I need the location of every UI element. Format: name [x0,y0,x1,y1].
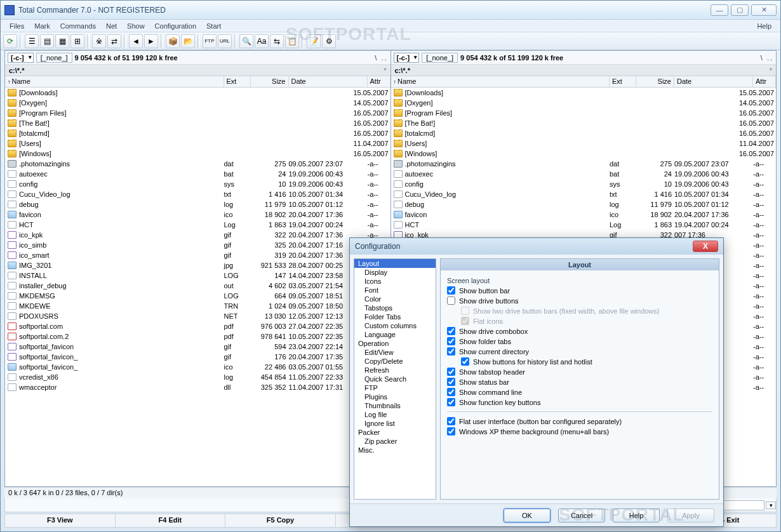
multi-rename-icon[interactable]: Aa [255,34,269,48]
menu-help[interactable]: Help [752,21,777,31]
hotlist-icon[interactable]: * [384,67,386,74]
fkey-f4[interactable]: F4 Edit [116,514,226,527]
file-row[interactable]: HCT Log 1 863 19.04.2007 00:24 -a-- [5,220,390,230]
drive-none[interactable]: [_none_] [422,53,458,63]
maximize-button[interactable]: ▢ [731,4,749,16]
opt-foldertabs[interactable]: Show folder tabs [447,337,712,345]
close-button[interactable]: ✕ [751,4,777,16]
invert-sel-icon[interactable]: ※ [92,34,106,48]
file-row[interactable]: ico_simb gif 325 20.04.2007 17:16 -a-- [5,240,390,250]
file-list[interactable]: [Downloads] 15.05.2007 16:05 ---- [Oxyge… [5,88,390,486]
tree-item-display[interactable]: Display [354,268,436,277]
file-row[interactable]: vcredist_x86 log 454 854 11.05.2007 22:3… [5,372,390,382]
menu-commands[interactable]: Commands [55,21,101,31]
opt-xptheme[interactable]: Windows XP theme background (menu+all ba… [447,427,712,436]
notepad-icon[interactable]: 📝 [307,34,321,48]
file-row[interactable]: [totalcmd] 16.05.2007 11:15 ---- [391,128,777,138]
col-ext[interactable]: Ext [224,76,251,87]
view-tree-icon[interactable]: ⊞ [70,34,84,48]
menu-mark[interactable]: Mark [29,21,55,31]
file-row[interactable]: Cucu_Video_log txt 1 416 10.05.2007 01:3… [5,189,390,199]
file-row[interactable]: [Oxygen] 14.05.2007 13:46 ---- [5,98,390,108]
menu-net[interactable]: Net [101,21,122,31]
command-history-dropdown[interactable]: ▾ [766,502,776,509]
file-row[interactable]: PDOXUSRS NET 13 030 12.05.2007 12:13 -a-… [5,311,390,321]
file-row[interactable]: softportal_favicon gif 594 23.04.2007 22… [5,342,390,352]
file-row[interactable]: ico_kpk gif 322 20.04.2007 17:36 -a-- [5,230,390,240]
tree-item-quick-search[interactable]: Quick Search [354,375,436,383]
refresh-icon[interactable]: ⟳ [3,34,17,48]
col-name[interactable]: Name [5,76,224,87]
menu-show[interactable]: Show [122,21,150,31]
drive-select[interactable]: [-c-] [394,53,420,63]
ok-button[interactable]: OK [504,509,551,522]
file-row[interactable]: config sys 10 19.09.2006 00:43 -a-- [391,179,777,189]
file-row[interactable]: [The Bat!] 16.05.2007 02:05 ---- [5,118,390,128]
file-row[interactable]: [Windows] 16.05.2007 11:14 ---- [5,149,390,159]
col-size[interactable]: Size [251,76,289,87]
tree-item-tabstops[interactable]: Tabstops [354,303,436,312]
help-button[interactable]: Help [613,509,660,522]
tree-item-language[interactable]: Language [354,330,436,339]
file-row[interactable]: [Program Files] 16.05.2007 01:37 r--- [5,108,390,118]
pack-icon[interactable]: 📦 [166,34,180,48]
col-attr[interactable]: Attr [368,76,390,87]
file-row[interactable]: [Windows] 16.05.2007 11:14 ---- [391,149,777,159]
tree-item-layout[interactable]: Layout [354,259,436,268]
search-icon[interactable]: 🔍 [239,34,253,48]
file-row[interactable]: [Program Files] 16.05.2007 01:37 r--- [391,108,777,118]
file-row[interactable]: [Users] 11.04.2007 23:22 r--- [5,138,390,149]
file-row[interactable]: autoexec bat 24 19.09.2006 00:43 -a-- [5,169,390,179]
titlebar[interactable]: Total Commander 7.0 - NOT REGISTERED — ▢… [1,1,780,20]
swap-icon[interactable]: ⇄ [107,34,121,48]
file-row[interactable]: .photomazingins dat 275 09.05.2007 23:07… [5,159,390,169]
forward-icon[interactable]: ► [144,34,158,48]
col-attr[interactable]: Attr [753,76,776,87]
tree-item-custom-columns[interactable]: Custom columns [354,321,436,330]
fkey-f5[interactable]: F5 Copy [225,514,336,527]
opt-buttonbar[interactable]: Show button bar [447,286,712,295]
drive-select[interactable]: [-c-] [8,53,34,63]
file-row[interactable]: debug log 11 979 10.05.2007 01:12 -a-- [391,199,777,209]
view-brief-icon[interactable]: ☰ [25,34,39,48]
file-row[interactable]: softportal_favicon_ gif 176 20.04.2007 1… [5,352,390,362]
file-row[interactable]: ico_smart gif 319 20.04.2007 17:36 -a-- [5,250,390,260]
opt-fnkeys[interactable]: Show function key buttons [447,398,712,406]
copy-names-icon[interactable]: 📋 [285,34,299,48]
file-row[interactable]: softportal.com.2 pdf 978 641 10.05.2007 … [5,331,390,342]
dialog-close-button[interactable]: X [693,241,718,252]
tree-item-icons[interactable]: Icons [354,277,436,286]
tree-item-operation[interactable]: Operation [354,339,436,348]
menu-files[interactable]: Files [4,21,29,31]
file-row[interactable]: debug log 11 979 10.05.2007 01:12 -a-- [5,199,390,209]
path-row[interactable]: c:\*.* * [5,65,390,76]
col-date[interactable]: Date [674,76,753,87]
tree-item-font[interactable]: Font [354,286,436,295]
opt-tabstop[interactable]: Show tabstop header [447,368,712,376]
tree-item-zip-packer[interactable]: Zip packer [354,437,436,446]
file-row[interactable]: .photomazingins dat 275 09.05.2007 23:07… [391,159,777,169]
drive-nav[interactable]: \ .. [375,54,387,62]
file-row[interactable]: wmacceptor dll 325 352 11.04.2007 17:31 … [5,382,390,392]
file-row[interactable]: [Users] 11.04.2007 23:22 r--- [391,138,777,149]
tree-item-packer[interactable]: Packer [354,428,436,437]
tree-item-thumbnails[interactable]: Thumbnails [354,401,436,410]
file-row[interactable]: config sys 10 19.09.2006 00:43 -a-- [5,179,390,189]
col-name[interactable]: Name [391,76,610,87]
path-row[interactable]: c:\*.* * [391,65,777,76]
file-row[interactable]: [The Bat!] 16.05.2007 02:05 ---- [391,118,777,128]
tree-item-refresh[interactable]: Refresh [354,366,436,375]
tree-item-plugins[interactable]: Plugins [354,392,436,401]
tree-item-ftp[interactable]: FTP [354,383,436,392]
file-row[interactable]: [Oxygen] 14.05.2007 13:46 ---- [391,98,777,108]
fkey-f3[interactable]: F3 View [5,514,116,527]
drive-none[interactable]: [_none_] [36,53,72,63]
back-icon[interactable]: ◄ [129,34,143,48]
file-row[interactable]: MKDEMSG LOG 664 09.05.2007 18:51 -a-- [5,291,390,301]
opt-curdir[interactable]: Show current directory [447,347,712,356]
tree-item-misc-[interactable]: Misc. [354,446,436,455]
file-row[interactable]: favicon ico 18 902 20.04.2007 17:36 -a-- [5,209,390,220]
file-row[interactable]: autoexec bat 24 19.09.2006 00:43 -a-- [391,169,777,179]
apply-button[interactable]: Apply [667,509,714,522]
file-row[interactable]: IMG_3201 jpg 921 533 28.04.2007 00:25 -a… [5,260,390,270]
